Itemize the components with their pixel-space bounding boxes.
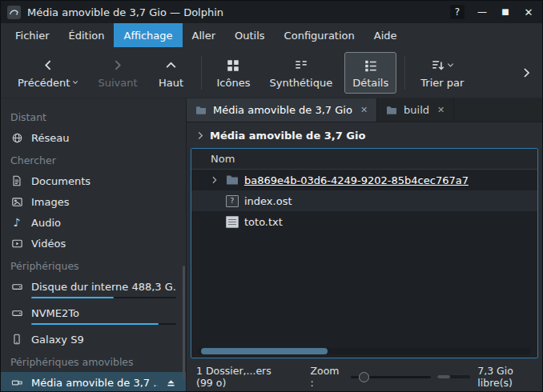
free-space-bar: [437, 375, 471, 378]
chevron-down-icon: [447, 62, 454, 68]
close-icon[interactable]: ✕: [436, 105, 444, 115]
menu-aide[interactable]: Aide: [364, 23, 407, 47]
tab-bar: Média amovible de 3,7 Gio ✕ build ✕: [187, 98, 542, 122]
toolbar-separator: [404, 56, 405, 90]
expand-chevron-icon[interactable]: [209, 176, 220, 184]
place-label: Vidéos: [31, 238, 66, 250]
view-compact-label: Synthétique: [269, 77, 332, 89]
sidebar-item-media-amovible[interactable]: Média amovible de 3,7 ...: [1, 372, 186, 391]
breadcrumb[interactable]: Média amovible de 3,7 Gio: [187, 122, 542, 148]
place-label: Audio: [31, 217, 61, 229]
toolbar-separator: [201, 56, 202, 90]
places-section-distant: Distant: [1, 105, 186, 127]
sidebar-item-galaxy-s9[interactable]: Galaxy S9: [1, 329, 186, 350]
selection-summary: 1 Dossier,...ers (99 o): [196, 365, 279, 389]
places-section-peripheriques: Périphériques: [1, 254, 186, 276]
horizontal-scrollbar[interactable]: [198, 348, 531, 354]
minimize-button[interactable]: —: [477, 7, 488, 17]
status-bar: 1 Dossier,...ers (99 o) Zoom : 7,3 Gio l…: [187, 362, 542, 391]
details-view-icon: [364, 58, 378, 74]
sidebar-item-reseau[interactable]: Réseau: [1, 127, 186, 148]
zoom-slider[interactable]: [351, 371, 430, 383]
place-label: Images: [31, 196, 70, 208]
video-icon: [10, 237, 23, 250]
document-icon: [10, 174, 23, 187]
chevron-right-icon: [111, 58, 124, 74]
file-row-folder[interactable]: ba869e4b-03d6-4249-9202-85b4cec767a7: [191, 170, 537, 190]
unknown-file-icon: ?: [226, 195, 239, 207]
menu-edition[interactable]: Édition: [59, 23, 115, 47]
view-icons-button[interactable]: Icônes: [210, 53, 258, 93]
folder-icon: [195, 106, 207, 115]
places-section-chercher: Chercher: [1, 148, 186, 170]
sidebar-item-audio[interactable]: ♪ Audio: [1, 212, 186, 233]
titlebar[interactable]: Média amovible de 3,7 Gio — Dolphin ? — …: [1, 1, 542, 23]
tab-label: Média amovible de 3,7 Gio: [213, 104, 352, 116]
help-button[interactable]: ?: [450, 5, 465, 19]
back-label: Précédent: [18, 77, 70, 89]
menu-outils[interactable]: Outils: [225, 23, 275, 47]
main-view: Média amovible de 3,7 Gio ✕ build ✕ Médi…: [187, 98, 542, 391]
menu-affichage[interactable]: Affichage: [114, 23, 182, 47]
audio-icon: ♪: [10, 216, 23, 229]
file-name: ba869e4b-03d6-4249-9202-85b4cec767a7: [244, 174, 469, 186]
chevron-right-icon: [520, 66, 533, 79]
places-section-amovibles: Périphériques amovibles: [1, 350, 186, 372]
zoom-slider-handle[interactable]: [359, 372, 369, 382]
view-details-label: Détails: [352, 77, 388, 89]
sidebar-item-nvme2to[interactable]: NVME2To: [1, 302, 186, 329]
chevron-right-icon: [197, 131, 204, 140]
forward-button[interactable]: Suivant: [90, 53, 144, 93]
place-label: Disque dur interne 488,3 G...: [31, 281, 176, 293]
menu-fichier[interactable]: Fichier: [6, 23, 59, 47]
place-label: Galaxy S9: [31, 334, 84, 346]
sidebar-item-documents[interactable]: Documents: [1, 170, 186, 191]
sidebar-scrollbar[interactable]: [183, 266, 185, 380]
up-button[interactable]: Haut: [150, 53, 193, 93]
menu-aller[interactable]: Aller: [183, 23, 225, 47]
tab-build[interactable]: build ✕: [377, 98, 454, 122]
sort-icon: [431, 58, 445, 73]
horizontal-scrollbar-thumb[interactable]: [201, 348, 328, 354]
file-view[interactable]: Nom ba869e4b-03d6-4249-9202-85b4cec767a7…: [191, 148, 538, 358]
column-header-nom[interactable]: Nom: [191, 149, 537, 170]
sidebar-item-images[interactable]: Images: [1, 191, 186, 212]
free-space-label: 7,3 Gio libre(s): [477, 365, 533, 389]
menu-configuration[interactable]: Configuration: [275, 23, 364, 47]
grid-view-icon: [226, 58, 240, 74]
tab-media-amovible[interactable]: Média amovible de 3,7 Gio ✕: [187, 98, 377, 122]
up-label: Haut: [159, 77, 183, 89]
forward-label: Suivant: [98, 77, 137, 89]
file-row-toto-txt[interactable]: toto.txt: [191, 211, 537, 232]
folder-icon: [226, 174, 239, 186]
chevron-down-icon: [72, 80, 78, 85]
view-details-button[interactable]: Détails: [344, 52, 396, 94]
maximize-button[interactable]: ■: [500, 8, 511, 16]
sidebar-item-disque-dur-interne[interactable]: Disque dur interne 488,3 G...: [1, 276, 186, 302]
disk-usage-bar: [31, 297, 176, 298]
text-file-icon: [226, 216, 239, 228]
eject-icon[interactable]: [166, 378, 176, 388]
place-label: Réseau: [31, 132, 69, 144]
hard-drive-icon: [10, 280, 23, 293]
chevron-left-icon: [42, 58, 55, 74]
toolbar-overflow-button[interactable]: [520, 66, 533, 79]
network-icon: [10, 131, 23, 144]
sort-by-label: Trier par: [420, 77, 464, 89]
disk-usage-bar: [31, 323, 176, 325]
file-name: index.ost: [244, 195, 292, 207]
sort-by-button[interactable]: Trier par: [413, 53, 471, 93]
image-icon: [10, 195, 23, 208]
usb-drive-icon: [10, 376, 23, 389]
chevron-up-icon: [164, 58, 178, 74]
breadcrumb-current[interactable]: Média amovible de 3,7 Gio: [210, 130, 365, 142]
phone-icon: [10, 333, 23, 346]
sidebar-item-videos[interactable]: Vidéos: [1, 233, 186, 254]
file-row-index-ost[interactable]: ? index.ost: [191, 190, 537, 211]
window-body: Distant Réseau Chercher Documents: [1, 98, 542, 391]
back-button[interactable]: Précédent: [10, 53, 86, 93]
close-icon[interactable]: ✕: [359, 105, 368, 115]
hard-drive-icon: [10, 306, 23, 319]
view-compact-button[interactable]: Synthétique: [262, 53, 340, 93]
close-button[interactable]: ✕: [523, 7, 534, 18]
